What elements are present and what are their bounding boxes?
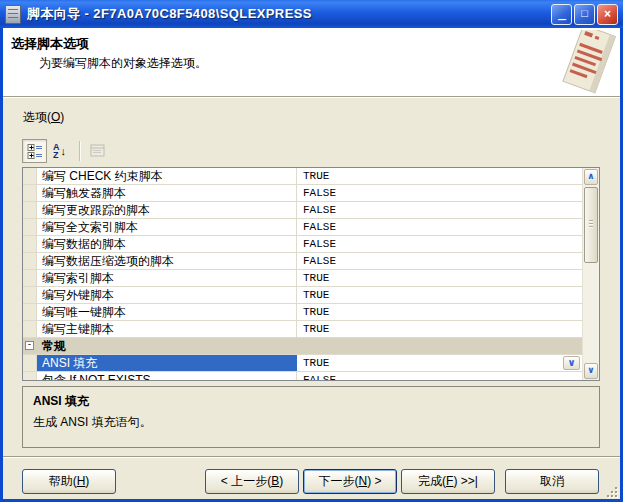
value-dropdown-button[interactable]: ∨ bbox=[563, 356, 580, 370]
grid-row[interactable]: 编写数据压缩选项的脚本 FALSE bbox=[23, 253, 582, 270]
option-value[interactable]: FALSE bbox=[297, 236, 582, 252]
description-panel: ANSI 填充 生成 ANSI 填充语句。 bbox=[22, 386, 600, 448]
page-subtitle: 为要编写脚本的对象选择选项。 bbox=[39, 55, 207, 72]
option-label[interactable]: 编写外键脚本 bbox=[37, 287, 297, 303]
grid-row[interactable]: 编写唯一键脚本 TRUE bbox=[23, 304, 582, 321]
collapse-icon[interactable]: - bbox=[25, 341, 34, 350]
grid-row[interactable]: 编写主键脚本 TRUE bbox=[23, 321, 582, 338]
option-label[interactable]: 编写 CHECK 约束脚本 bbox=[37, 168, 297, 184]
row-indent bbox=[23, 202, 37, 218]
scroll-up-button[interactable]: ∧ bbox=[584, 169, 598, 185]
help-button[interactable]: 帮助(H) bbox=[22, 469, 116, 494]
row-indent bbox=[23, 304, 37, 320]
titlebar[interactable]: 脚本向导 - 2F7A0A70C8F5408\SQLEXPRESS — □ × bbox=[0, 0, 623, 28]
option-label[interactable]: 编写索引脚本 bbox=[37, 270, 297, 286]
property-pages-icon bbox=[90, 144, 106, 158]
option-value[interactable]: TRUE bbox=[297, 287, 582, 303]
wizard-scroll-art bbox=[555, 30, 617, 94]
option-value[interactable]: TRUE bbox=[297, 270, 582, 286]
propertygrid-toolbar: AZ ↓ bbox=[22, 138, 110, 164]
cancel-button[interactable]: 取消 bbox=[505, 469, 599, 494]
page-title: 选择脚本选项 bbox=[11, 35, 89, 53]
option-value[interactable]: TRUE bbox=[297, 168, 582, 184]
maximize-icon: □ bbox=[581, 7, 588, 19]
options-label: 选项(O) bbox=[23, 109, 64, 126]
wizard-window: 脚本向导 - 2F7A0A70C8F5408\SQLEXPRESS — □ × … bbox=[0, 0, 623, 502]
script-options-grid: 编写 CHECK 约束脚本 TRUE 编写触发器脚本 FALSE 编写更改跟踪的… bbox=[22, 167, 600, 381]
toolbar-separator bbox=[79, 141, 80, 161]
option-label[interactable]: 编写唯一键脚本 bbox=[37, 304, 297, 320]
row-indent: - bbox=[23, 338, 37, 354]
option-label[interactable]: ANSI 填充 bbox=[37, 355, 297, 371]
categorized-view-button[interactable] bbox=[22, 139, 47, 163]
grid-scrollbar[interactable]: ∧ ∨ bbox=[582, 168, 599, 380]
header-divider bbox=[3, 96, 620, 98]
option-value[interactable]: TRUE bbox=[297, 304, 582, 320]
option-label[interactable]: 编写触发器脚本 bbox=[37, 185, 297, 201]
option-value[interactable]: FALSE bbox=[297, 372, 582, 380]
option-label[interactable]: 编写主键脚本 bbox=[37, 321, 297, 337]
scroll-down-icon: ∨ bbox=[587, 365, 594, 375]
window-title: 脚本向导 - 2F7A0A70C8F5408\SQLEXPRESS bbox=[27, 5, 551, 23]
row-indent bbox=[23, 355, 37, 371]
maximize-button[interactable]: □ bbox=[574, 4, 595, 25]
row-indent bbox=[23, 236, 37, 252]
next-button[interactable]: 下一步(N) > bbox=[303, 469, 397, 494]
option-label[interactable]: 编写数据压缩选项的脚本 bbox=[37, 253, 297, 269]
option-label[interactable]: 常规 bbox=[37, 338, 297, 354]
back-button[interactable]: < 上一步(B) bbox=[205, 469, 299, 494]
row-indent bbox=[23, 270, 37, 286]
option-value[interactable]: TRUE∨ bbox=[297, 355, 582, 371]
button-divider bbox=[3, 456, 620, 458]
scroll-down-button[interactable]: ∨ bbox=[584, 363, 598, 379]
option-value[interactable]: TRUE bbox=[297, 321, 582, 337]
property-pages-button bbox=[85, 139, 110, 163]
categorized-icon bbox=[27, 143, 43, 159]
row-indent bbox=[23, 372, 37, 380]
wizard-header: 选择脚本选项 为要编写脚本的对象选择选项。 bbox=[3, 28, 620, 96]
minimize-icon: — bbox=[558, 14, 566, 25]
close-icon: × bbox=[604, 7, 611, 21]
grid-row[interactable]: 编写全文索引脚本 FALSE bbox=[23, 219, 582, 236]
option-label[interactable]: 包含 If NOT EXISTS bbox=[37, 372, 297, 380]
resize-grip[interactable] bbox=[604, 484, 618, 498]
option-value[interactable]: FALSE bbox=[297, 202, 582, 218]
row-indent bbox=[23, 219, 37, 235]
scrollbar-thumb[interactable] bbox=[584, 187, 598, 263]
scroll-up-icon: ∧ bbox=[587, 171, 594, 181]
grid-row[interactable]: 编写索引脚本 TRUE bbox=[23, 270, 582, 287]
grid-row[interactable]: 编写 CHECK 约束脚本 TRUE bbox=[23, 168, 582, 185]
scrollbar-grip-icon bbox=[589, 220, 593, 229]
dialog-body: 选择脚本选项 为要编写脚本的对象选择选项。 选项(O) bbox=[3, 28, 620, 499]
option-label[interactable]: 编写数据的脚本 bbox=[37, 236, 297, 252]
option-value[interactable]: FALSE bbox=[297, 219, 582, 235]
option-label[interactable]: 编写更改跟踪的脚本 bbox=[37, 202, 297, 218]
row-indent bbox=[23, 253, 37, 269]
row-indent bbox=[23, 168, 37, 184]
grid-row[interactable]: 编写数据的脚本 FALSE bbox=[23, 236, 582, 253]
row-indent bbox=[23, 321, 37, 337]
window-icon bbox=[5, 5, 21, 24]
grid-row[interactable]: 包含 If NOT EXISTS FALSE bbox=[23, 372, 582, 380]
alphabetical-sort-button[interactable]: AZ ↓ bbox=[47, 139, 72, 163]
grid-row[interactable]: 编写外键脚本 TRUE bbox=[23, 287, 582, 304]
option-value[interactable] bbox=[297, 338, 582, 354]
finish-button[interactable]: 完成(F) >>| bbox=[401, 469, 495, 494]
grid-row[interactable]: 编写更改跟踪的脚本 FALSE bbox=[23, 202, 582, 219]
minimize-button[interactable]: — bbox=[551, 4, 572, 25]
option-label[interactable]: 编写全文索引脚本 bbox=[37, 219, 297, 235]
grid-row[interactable]: - 常规 bbox=[23, 338, 582, 355]
option-value[interactable]: FALSE bbox=[297, 253, 582, 269]
row-indent bbox=[23, 185, 37, 201]
option-value[interactable]: FALSE bbox=[297, 185, 582, 201]
close-button[interactable]: × bbox=[597, 4, 618, 25]
row-indent bbox=[23, 287, 37, 303]
grid-row[interactable]: 编写触发器脚本 FALSE bbox=[23, 185, 582, 202]
description-title: ANSI 填充 bbox=[33, 393, 589, 410]
az-sort-icon: AZ ↓ bbox=[53, 143, 66, 159]
grid-row[interactable]: ANSI 填充 TRUE∨ bbox=[23, 355, 582, 372]
grid-rows: 编写 CHECK 约束脚本 TRUE 编写触发器脚本 FALSE 编写更改跟踪的… bbox=[23, 168, 582, 380]
description-text: 生成 ANSI 填充语句。 bbox=[33, 414, 589, 431]
